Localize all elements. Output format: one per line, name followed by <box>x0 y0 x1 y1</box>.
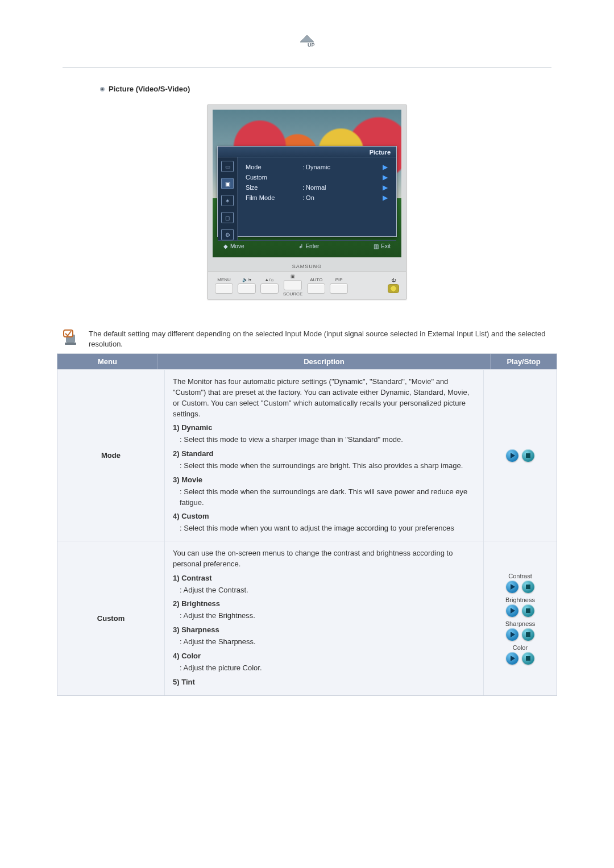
chevron-right-icon: ▶ <box>383 183 391 191</box>
osd-row-custom[interactable]: Custom ▶ <box>246 172 391 182</box>
brightness-icon: ▲/☼ <box>264 277 274 282</box>
monitor-screen: Picture ▭ ▣ ✶ ◻ ⚙ Mode : Dynamic <box>213 110 401 257</box>
row-menu-label: Mode <box>57 370 165 541</box>
desc-intro: The Monitor has four automatic picture s… <box>173 377 475 419</box>
stop-button[interactable] <box>522 449 534 462</box>
power-button[interactable] <box>388 284 399 293</box>
osd-row-value: : Dynamic <box>302 164 383 170</box>
table-row: Custom You can use the on-screen menus t… <box>57 541 557 695</box>
section-title: Picture (Video/S-Video) <box>109 85 190 93</box>
osd-cat-picture-icon[interactable]: ▣ <box>221 178 234 189</box>
stop-button[interactable] <box>522 581 534 593</box>
play-button[interactable] <box>506 628 518 641</box>
note-row: The default setting may different depend… <box>63 328 557 349</box>
play-button[interactable] <box>506 604 518 617</box>
section-divider <box>63 67 551 68</box>
play-button[interactable] <box>506 449 518 462</box>
chevron-right-icon: ▶ <box>383 194 391 202</box>
playstop-pair <box>506 581 534 593</box>
up-label: UP <box>308 42 315 48</box>
section-title-row: Picture (Video/S-Video) <box>99 85 614 93</box>
auto-button-label: AUTO <box>310 277 322 282</box>
osd-cat-sound-icon[interactable]: ✶ <box>221 195 234 206</box>
desc-intro: You can use the on-screen menus to chang… <box>173 548 475 570</box>
osd-cat-setup-icon[interactable]: ⚙ <box>221 229 234 240</box>
desc-item-title: 1) Dynamic <box>173 423 212 432</box>
source-button-group: 🔈/▾ <box>238 277 256 294</box>
desc-item-title: 1) Contrast <box>173 574 212 582</box>
desc-item-text: : Select this mode when the surroundings… <box>173 461 475 471</box>
osd-cat-input-icon[interactable]: ▭ <box>221 161 234 172</box>
osd-row-label: Mode <box>246 164 302 170</box>
play-button[interactable] <box>506 652 518 665</box>
row-description: You can use the on-screen menus to chang… <box>165 541 484 695</box>
osd-row-label: Film Mode <box>246 194 302 201</box>
vol-down-button[interactable] <box>238 283 256 294</box>
playstop-pair <box>506 449 534 462</box>
stop-button[interactable] <box>522 652 534 665</box>
playstop-pair <box>506 604 534 617</box>
bullet-icon <box>99 86 105 92</box>
bright-button[interactable] <box>260 283 279 294</box>
desc-item-title: 2) Standard <box>173 449 214 458</box>
osd-hint-move: ◆ Move <box>223 243 244 249</box>
chevron-right-icon: ▶ <box>383 163 391 171</box>
up-icon[interactable]: UP <box>297 34 317 50</box>
th-playstop: Play/Stop <box>491 354 557 369</box>
osd-row-filmmode[interactable]: Film Mode : On ▶ <box>246 193 391 203</box>
stop-button[interactable] <box>522 604 534 617</box>
playstop-pair <box>506 652 534 665</box>
stop-button[interactable] <box>522 628 534 641</box>
svg-point-2 <box>101 88 103 90</box>
desc-item-text: : Adjust the Brightness. <box>173 611 475 621</box>
row-playstop: Contrast Brightness Sharpness <box>484 541 557 695</box>
desc-item-title: 5) Tint <box>173 678 195 686</box>
playstop-group: Sharpness <box>505 620 536 641</box>
enter-button-group: ▣ SOURCE <box>283 274 302 297</box>
osd-cat-pip-icon[interactable]: ◻ <box>221 212 234 223</box>
desc-item-title: 4) Color <box>173 652 201 660</box>
osd-hint-exit: ▥ Exit <box>374 243 391 249</box>
playstop-group: Brightness <box>505 596 535 617</box>
osd-title: Picture <box>218 147 396 157</box>
pip-button-group: PIP <box>330 277 348 294</box>
check-note-icon <box>63 328 82 348</box>
settings-table: Menu Description Play/Stop Mode The Moni… <box>57 353 557 696</box>
page-root: UP Picture (Video/S-Video) Picture ▭ ▣ ✶ <box>0 0 614 696</box>
menu-button-group: MENU <box>215 277 233 294</box>
row-description: The Monitor has four automatic picture s… <box>165 370 484 541</box>
brand-label: SAMSUNG <box>208 262 406 271</box>
osd-row-size[interactable]: Size : Normal ▶ <box>246 182 391 193</box>
th-description: Description <box>158 354 491 369</box>
osd-row-value: : Normal <box>302 184 383 191</box>
osd-row-value: : On <box>302 194 383 201</box>
chevron-right-icon: ▶ <box>383 173 391 181</box>
screenshot-wrap: Picture ▭ ▣ ✶ ◻ ⚙ Mode : Dynamic <box>0 105 614 299</box>
svg-rect-4 <box>65 343 76 345</box>
speaker-icon: 🔈/▾ <box>242 277 251 282</box>
osd-category-icons: ▭ ▣ ✶ ◻ ⚙ <box>218 157 238 240</box>
desc-item-text: : Adjust the Sharpness. <box>173 637 475 648</box>
table-row: Mode The Monitor has four automatic pict… <box>57 369 557 541</box>
osd-hint-enter: ↲ Enter <box>298 243 319 249</box>
table-header: Menu Description Play/Stop <box>57 353 557 369</box>
desc-item-text: : Adjust the Contrast. <box>173 585 475 596</box>
osd-hint-exit-label: Exit <box>381 243 391 249</box>
playstop-label: Color <box>513 644 528 651</box>
desc-item-title: 3) Sharpness <box>173 625 219 634</box>
playstop-label: Sharpness <box>505 620 536 627</box>
menu-button-label: MENU <box>217 277 231 282</box>
enter-icon: ▣ <box>291 274 295 279</box>
auto-button-group: AUTO <box>307 277 325 294</box>
enter-source-button[interactable] <box>284 280 302 290</box>
row-playstop <box>484 370 557 541</box>
menu-button[interactable] <box>215 283 233 294</box>
play-button[interactable] <box>506 581 518 593</box>
osd-row-mode[interactable]: Mode : Dynamic ▶ <box>246 162 391 172</box>
source-button-label: SOURCE <box>283 291 302 297</box>
osd-hint-enter-label: Enter <box>305 243 319 249</box>
monitor-frame: Picture ▭ ▣ ✶ ◻ ⚙ Mode : Dynamic <box>208 105 406 299</box>
auto-button[interactable] <box>307 283 325 294</box>
up-link-wrap: UP <box>0 34 614 50</box>
pip-button[interactable] <box>330 283 348 294</box>
